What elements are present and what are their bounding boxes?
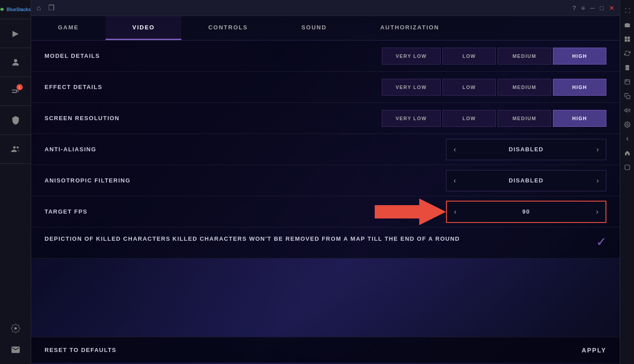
rs-expand-icon[interactable]: ⛶	[622, 5, 633, 16]
red-arrow-container	[375, 198, 446, 225]
anisotropic-next-btn[interactable]: ›	[589, 170, 606, 191]
menu-icon[interactable]: ≡	[581, 4, 585, 12]
game-area: GAME VIDEO CONTROLS SOUND AUTHORIZATION …	[31, 16, 620, 364]
screen-resolution-label: SCREEN RESOLUTION	[45, 115, 382, 121]
res-medium-btn[interactable]: MEDIUM	[498, 110, 551, 127]
model-details-buttons: VERY LOW LOW MEDIUM HIGH	[382, 48, 606, 65]
anisotropic-prev-btn[interactable]: ‹	[446, 170, 463, 191]
effect-medium-btn[interactable]: MEDIUM	[498, 79, 551, 96]
anisotropic-value: DISABLED	[463, 177, 589, 184]
anti-aliasing-value: DISABLED	[463, 146, 589, 153]
red-arrow-icon	[375, 198, 446, 225]
svg-point-6	[14, 327, 17, 330]
svg-text:APK: APK	[626, 67, 629, 69]
rs-copy-icon[interactable]	[622, 91, 633, 101]
sidebar-mail[interactable]	[7, 341, 25, 359]
rs-screenshot-icon[interactable]	[622, 77, 633, 87]
anti-aliasing-row: ANTI-ALIASING ‹ DISABLED ›	[31, 134, 620, 165]
app-name: BlueStacks	[7, 7, 31, 12]
depiction-label: DEPICTION OF KILLED CHARACTERS	[45, 235, 171, 242]
settings-content: MODEL DETAILS VERY LOW LOW MEDIUM HIGH E…	[31, 40, 620, 337]
svg-point-18	[626, 124, 628, 125]
rs-volume-icon[interactable]	[622, 105, 633, 116]
model-very-low-btn[interactable]: VERY LOW	[382, 48, 441, 65]
effect-details-buttons: VERY LOW LOW MEDIUM HIGH	[382, 79, 606, 96]
rs-settings-icon[interactable]	[622, 119, 633, 130]
rs-camera-icon[interactable]	[622, 20, 633, 30]
effect-high-btn[interactable]: HIGH	[553, 79, 606, 96]
screen-resolution-buttons: VERY LOW LOW MEDIUM HIGH	[382, 110, 606, 127]
model-details-label: MODEL DETAILS	[45, 53, 382, 59]
main-content: ⌂ ❐ ? ≡ ─ □ ✕ GAME VIDEO CONTROLS SOUND …	[31, 0, 620, 364]
depiction-row: DEPICTION OF KILLED CHARACTERS Killed ch…	[31, 227, 620, 259]
target-fps-next-btn[interactable]: ›	[589, 202, 605, 222]
window-icon[interactable]: ❐	[48, 4, 54, 12]
anti-aliasing-prev-btn[interactable]: ‹	[446, 139, 463, 160]
svg-rect-12	[625, 40, 627, 42]
sidebar-profile[interactable]	[7, 53, 25, 71]
rs-home-icon[interactable]	[622, 148, 633, 158]
svg-marker-7	[375, 198, 446, 225]
home-icon[interactable]: ⌂	[37, 4, 41, 12]
target-fps-row: TARGET FPS ‹ 90 ›	[31, 196, 620, 227]
sidebar-play[interactable]: ▶	[7, 24, 25, 42]
left-sidebar: BlueStacks ▶ 1	[0, 0, 31, 364]
svg-rect-10	[625, 36, 627, 39]
model-details-row: MODEL DETAILS VERY LOW LOW MEDIUM HIGH	[31, 40, 620, 72]
title-bar-nav-icons: ⌂ ❐	[37, 4, 54, 12]
target-fps-control: ‹ 90 ›	[446, 201, 606, 223]
res-high-btn[interactable]: HIGH	[553, 110, 606, 127]
rs-multiwindow-icon[interactable]	[622, 34, 633, 44]
svg-rect-19	[625, 165, 630, 170]
svg-rect-17	[626, 95, 630, 99]
rs-recents-icon[interactable]	[622, 162, 633, 173]
target-fps-prev-btn[interactable]: ‹	[447, 202, 463, 222]
title-bar-controls: ? ≡ ─ □ ✕	[573, 4, 614, 12]
model-high-btn[interactable]: HIGH	[553, 48, 606, 65]
svg-rect-13	[627, 40, 630, 42]
model-medium-btn[interactable]: MEDIUM	[498, 48, 551, 65]
anti-aliasing-control: ‹ DISABLED ›	[446, 139, 606, 160]
sidebar-settings[interactable]	[7, 320, 25, 337]
svg-rect-16	[625, 80, 630, 85]
sidebar-shield[interactable]	[7, 111, 25, 129]
rs-rotate-icon[interactable]	[622, 48, 633, 59]
depiction-checkmark[interactable]: ✓	[596, 235, 606, 249]
svg-rect-8	[625, 24, 630, 27]
res-very-low-btn[interactable]: VERY LOW	[382, 110, 441, 127]
anisotropic-filtering-label: ANISOTROPIC FILTERING	[45, 177, 446, 184]
rs-apk-icon[interactable]: APK	[622, 62, 633, 73]
rs-back-icon[interactable]	[622, 133, 633, 144]
title-bar: ⌂ ❐ ? ≡ ─ □ ✕	[31, 0, 620, 16]
target-fps-value: 90	[463, 208, 589, 215]
help-icon[interactable]: ?	[573, 4, 576, 12]
svg-rect-11	[627, 36, 630, 39]
right-sidebar: ⛶ APK	[620, 0, 634, 364]
svg-point-4	[13, 146, 16, 149]
effect-low-btn[interactable]: LOW	[442, 79, 496, 96]
effect-very-low-btn[interactable]: VERY LOW	[382, 79, 441, 96]
anti-aliasing-next-btn[interactable]: ›	[589, 139, 606, 160]
sidebar-gun[interactable]: 1	[7, 82, 25, 100]
anisotropic-filtering-row: ANISOTROPIC FILTERING ‹ DISABLED ›	[31, 165, 620, 196]
svg-point-5	[16, 146, 19, 149]
depiction-sub-label: Killed characters won't be removed from …	[172, 235, 460, 242]
title-bar-left: ⌂ ❐	[37, 4, 54, 12]
anisotropic-control: ‹ DISABLED ›	[446, 170, 606, 191]
effect-details-row: EFFECT DETAILS VERY LOW LOW MEDIUM HIGH	[31, 72, 620, 103]
svg-point-3	[14, 59, 17, 62]
anti-aliasing-label: ANTI-ALIASING	[45, 146, 446, 153]
gun-badge: 1	[16, 84, 23, 90]
screen-resolution-row: SCREEN RESOLUTION VERY LOW LOW MEDIUM HI…	[31, 103, 620, 134]
target-fps-label: TARGET FPS	[45, 208, 375, 215]
close-button[interactable]: ✕	[609, 4, 614, 12]
maximize-button[interactable]: □	[600, 4, 604, 12]
sidebar-friends[interactable]	[7, 140, 25, 158]
effect-details-label: EFFECT DETAILS	[45, 84, 382, 90]
app-logo: BlueStacks	[0, 0, 31, 19]
minimize-button[interactable]: ─	[590, 4, 595, 12]
res-low-btn[interactable]: LOW	[442, 110, 496, 127]
model-low-btn[interactable]: LOW	[442, 48, 496, 65]
